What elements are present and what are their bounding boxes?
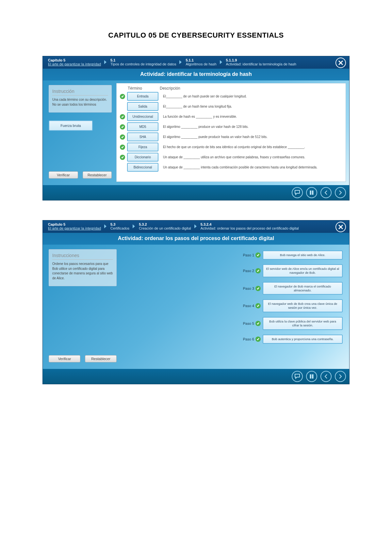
match-row: SalidaEl_________ de un hash tiene una l… — [120, 102, 342, 111]
next-button[interactable] — [335, 371, 346, 382]
speech-bubble-icon — [294, 373, 300, 379]
svg-rect-2 — [310, 191, 311, 195]
close-button[interactable] — [335, 222, 346, 232]
chevron-right-icon — [179, 60, 182, 64]
instruction-panel: Instrucción Una cada término con su desc… — [49, 85, 112, 113]
term-slot[interactable]: Unidireccional — [127, 112, 158, 121]
pause-icon — [309, 190, 314, 195]
step-label: Paso 5 — [243, 321, 254, 325]
check-icon — [255, 303, 261, 308]
matching-table: Término Descripción EntradaEl_________ d… — [116, 83, 346, 182]
check-icon — [255, 268, 261, 273]
step-slot[interactable]: Bob navega el sitio web de Alice. — [263, 251, 343, 260]
step-label: Paso 3 — [243, 286, 254, 290]
bc-chapter-link[interactable]: El arte de garantizar la integridad — [48, 62, 101, 66]
bc-subsection-txt: Algoritmos de hash — [186, 62, 216, 66]
chevron-left-icon — [323, 190, 329, 195]
description-text: El_________ de un hash puede ser de cual… — [158, 94, 342, 98]
col-term-head: Término — [120, 86, 160, 91]
description-text: La función de hash es _________ y es irr… — [158, 114, 342, 119]
match-row: EntradaEl_________ de un hash puede ser … — [120, 92, 342, 101]
chevron-right-icon — [133, 224, 135, 228]
check-icon — [120, 145, 125, 150]
pause-button[interactable] — [306, 371, 317, 382]
reset-button[interactable]: Restablecer — [83, 171, 112, 179]
instruction-heading: Instrucciones — [52, 253, 113, 260]
check-icon — [120, 114, 125, 119]
comment-button[interactable] — [292, 187, 303, 198]
speech-bubble-icon — [294, 190, 300, 196]
step-row: Paso 3El navegador de Bob marca el certi… — [121, 282, 343, 295]
match-row: MD5El algoritmo _________ produce un val… — [120, 122, 342, 131]
bc-section-txt: Tipos de controles de integridad de dato… — [110, 62, 176, 66]
check-icon — [120, 94, 125, 99]
term-slot[interactable]: MD5 — [127, 122, 158, 131]
check-icon — [255, 337, 261, 342]
term-slot[interactable]: Entrada — [127, 92, 158, 101]
breadcrumb: Capítulo 5 El arte de garantizar la inte… — [43, 220, 349, 233]
svg-rect-3 — [312, 191, 314, 195]
step-slot[interactable]: Bob utiliza la clave pública del servido… — [263, 317, 343, 330]
reset-button[interactable]: Restablecer — [85, 355, 117, 362]
prev-button[interactable] — [320, 371, 332, 382]
draggable-term[interactable]: Fuerza bruta — [49, 120, 93, 131]
check-icon — [120, 124, 125, 130]
instruction-panel: Instrucciones Ordene los pasos necesario… — [49, 249, 117, 286]
bc-page-txt: Actividad: ordenar los pasos del proceso… — [201, 226, 299, 230]
check-icon — [255, 252, 261, 258]
instruction-text: Una cada término con su descripción. No … — [52, 97, 108, 107]
description-text: El_________ de un hash tiene una longitu… — [158, 104, 342, 109]
bc-chapter-num: Capítulo 5 — [48, 58, 101, 62]
step-row: Paso 6Bob autentica y proporciona una co… — [121, 335, 343, 344]
step-slot[interactable]: El navegador web de Bob crea una clave ú… — [263, 299, 343, 312]
verify-button[interactable]: Verificar — [49, 171, 78, 179]
bottom-toolbar — [43, 369, 349, 384]
close-icon — [338, 60, 343, 65]
step-slot[interactable]: El navegador de Bob marca el certificado… — [263, 282, 343, 295]
verify-button[interactable]: Verificar — [49, 355, 80, 362]
bc-chapter-link[interactable]: El arte de garantizar la integridad — [48, 226, 101, 230]
prev-button[interactable] — [320, 187, 332, 198]
chevron-right-icon — [220, 60, 222, 64]
next-button[interactable] — [335, 187, 346, 198]
term-slot[interactable]: Bidireccional — [127, 163, 158, 172]
step-row: Paso 1Bob navega el sitio web de Alice. — [121, 251, 343, 260]
pause-icon — [309, 374, 314, 379]
chevron-right-icon — [104, 60, 106, 64]
chevron-right-icon — [338, 374, 343, 379]
step-label: Paso 6 — [243, 337, 254, 341]
term-slot[interactable]: Diccionario — [127, 153, 158, 162]
activity-title: Actividad: identificar la terminología d… — [43, 69, 349, 80]
instruction-heading: Instrucción — [52, 89, 108, 95]
module-hash-activity: Capítulo 5 El arte de garantizar la inte… — [42, 56, 350, 200]
check-icon — [255, 321, 261, 326]
term-slot[interactable]: Fijeza — [127, 143, 158, 151]
svg-rect-7 — [312, 374, 314, 378]
bc-section-num: 5.3 — [110, 222, 129, 226]
step-row: Paso 2El servidor web de Alice envía un … — [121, 264, 343, 277]
instruction-text: Ordene los pasos necesarios para que Bob… — [52, 262, 113, 281]
check-icon — [255, 286, 261, 291]
step-slot[interactable]: Bob autentica y proporciona una contrase… — [263, 335, 343, 344]
svg-rect-6 — [310, 374, 311, 378]
match-row: SHAEl algoritmo _________ puede producir… — [120, 132, 342, 141]
bc-chapter-num: Capítulo 5 — [48, 222, 101, 226]
term-slot[interactable]: Salida — [127, 102, 158, 111]
activity-title: Actividad: ordenar los pasos del proceso… — [43, 233, 349, 245]
bc-page-txt: Actividad: identificar la terminología d… — [226, 62, 296, 66]
step-label: Paso 4 — [243, 304, 254, 308]
step-slot[interactable]: El servidor web de Alice envía un certif… — [263, 264, 343, 277]
description-text: El hecho de que un conjunto de bits sea … — [158, 145, 342, 149]
match-row: BidireccionalUn ataque de _________ inte… — [120, 163, 342, 172]
breadcrumb: Capítulo 5 El arte de garantizar la inte… — [43, 56, 349, 69]
chevron-right-icon — [338, 190, 343, 195]
comment-button[interactable] — [292, 371, 303, 382]
chevron-left-icon — [323, 374, 329, 379]
bc-subsection-num: 5.3.2 — [139, 222, 191, 226]
term-slot[interactable]: SHA — [127, 132, 158, 141]
match-row: DiccionarioUn ataque de _________ utiliz… — [120, 153, 342, 162]
close-button[interactable] — [335, 58, 346, 68]
step-row: Paso 5Bob utiliza la clave pública del s… — [121, 317, 343, 330]
pause-button[interactable] — [306, 187, 317, 198]
description-text: El algoritmo _________ puede producir ha… — [158, 135, 342, 139]
